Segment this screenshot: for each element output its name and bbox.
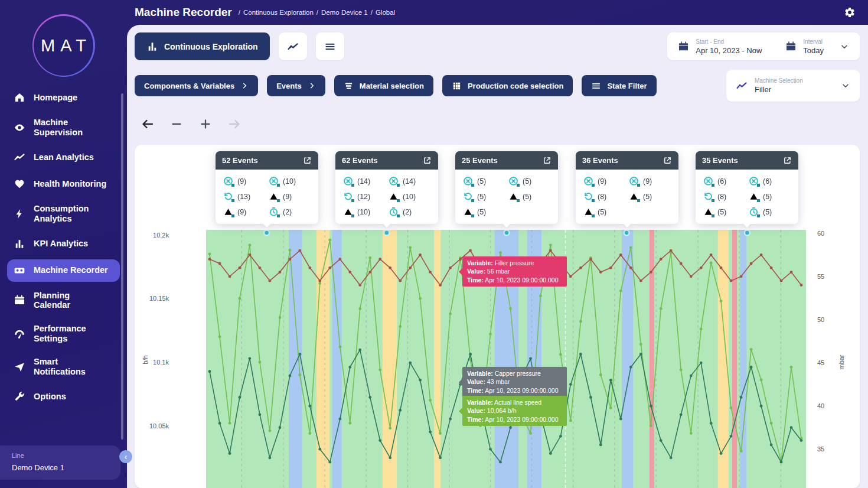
settings-gear-icon[interactable] [844,6,856,18]
event-count-item: (8) [583,190,625,203]
history-icon [343,191,353,201]
event-count-item: (10) [343,206,385,218]
sidebar-item-homepage[interactable]: Homepage [7,86,120,109]
device-selector[interactable]: Line Demo Device 1 [0,445,120,480]
continuous-exploration-button[interactable]: Continuous Exploration [135,32,270,60]
date-range-picker[interactable]: Start - End Apr 10, 2023 - Now [678,38,762,55]
material-selection-filter[interactable]: Material selection [334,75,433,96]
sidebar-item-label: Machine Supervision [34,118,108,137]
sidebar-item-performance-settings[interactable]: Performance Settings [7,319,120,348]
events-filter[interactable]: Events [267,75,325,96]
triangle-icon [223,207,233,217]
breadcrumb-item[interactable]: Global [376,9,395,16]
chevron-down-icon [841,81,850,90]
sidebar-item-label: Planning Calendar [34,291,108,310]
calendar-icon [14,294,25,306]
event-popover: 62 Events (14) (12) (10) (14) (10) (2) [335,151,438,224]
event-count-item: (9) [223,175,265,187]
sidebar-collapse-button[interactable]: ‹ [119,450,132,463]
chart-card: b/h mbar 52 Events (9) (13) (9) (10) [135,145,860,488]
triangle-icon [583,207,593,217]
sidebar-item-label: Health Monitoring [34,179,108,189]
open-events-icon[interactable] [543,156,552,165]
breadcrumb-item[interactable]: Continuous Exploration [243,9,314,16]
sidebar-item-health-monitoring[interactable]: Health Monitoring [7,173,120,195]
components-variables-filter[interactable]: Components & Variables [135,75,258,96]
clock-icon [269,207,279,217]
x-circle-icon [508,176,518,186]
open-events-icon[interactable] [303,156,312,165]
event-count-item: (2) [269,206,311,218]
sidebar-item-label: Options [34,392,108,402]
trend-view-button[interactable] [279,32,307,60]
sidebar-item-machine-supervision[interactable]: Machine Supervision [7,113,120,142]
sidebar-item-smart-notifications[interactable]: Smart Notifications [7,352,120,381]
event-count-item: (8) [703,190,745,203]
machine-selection-dropdown[interactable]: Machine Selection Filler [726,70,860,102]
event-popover: 52 Events (9) (13) (9) (10) (9) (2) [216,151,318,224]
event-popover-title: 52 Events [222,156,258,165]
sidebar-scrollbar[interactable] [121,93,123,440]
event-count-item: (14) [343,175,385,187]
event-count-item: (9) [223,206,265,218]
sidebar-item-planning-calendar[interactable]: Planning Calendar [7,286,120,315]
chevron-down-icon [840,42,849,51]
sidebar-nav: Homepage Machine Supervision Lean Analyt… [0,86,127,408]
open-events-icon[interactable] [423,156,432,165]
event-popover-title: 62 Events [342,156,378,165]
event-count-item: (5) [749,206,791,218]
event-popover-title: 25 Events [462,156,498,165]
production-code-filter[interactable]: Production code selection [442,75,573,96]
sidebar-item-kpi-analytics[interactable]: KPI Analytics [7,233,120,255]
open-events-icon[interactable] [663,156,672,165]
date-range-card: Start - End Apr 10, 2023 - Now Interval … [667,32,860,60]
chevron-right-icon [308,82,316,90]
event-count-item: (14) [389,175,430,187]
right-axis-tick: 40 [817,402,841,409]
right-axis-tick: 50 [817,316,841,323]
back-arrow-button[interactable] [140,116,155,132]
wrench-icon [14,391,25,403]
device-selector-value: Demo Device 1 [12,463,109,472]
triangle-icon [389,191,399,201]
clock-icon [749,207,759,217]
sidebar-item-consumption-analytics[interactable]: Consumption Analytics [7,199,120,228]
history-icon [463,191,473,201]
event-count-item: (10) [389,190,430,203]
event-count-item: (5) [629,190,671,203]
list-view-button[interactable] [316,32,344,60]
bar-chart-icon [146,41,158,53]
state-filter[interactable]: State Filter [582,75,656,96]
breadcrumb-item[interactable]: Demo Device 1 [321,9,368,16]
history-icon [583,191,593,201]
chart-tooltip: Variable: Capper pressure Value: 43 mbar… [462,367,567,397]
chevron-right-icon [240,82,249,90]
device-selector-label: Line [12,452,109,459]
sidebar-item-lean-analytics[interactable]: Lean Analytics [7,146,120,168]
bolt-icon [14,208,25,220]
event-count-item: (12) [343,190,385,203]
interval-picker[interactable]: Interval Today [785,38,849,55]
event-popover: 36 Events (9) (8) (5) (9) (5) [576,151,678,224]
event-popover-title: 36 Events [582,156,618,165]
gauge-icon [14,328,25,340]
chart-tooltip: Variable: Filler pressure Value: 56 mbar… [462,256,567,287]
open-events-icon[interactable] [783,156,792,165]
triangle-icon [269,191,279,201]
x-circle-icon [343,176,353,186]
zoom-out-button[interactable] [169,116,184,132]
zoom-in-button[interactable] [198,116,213,132]
calendar-icon [678,41,689,52]
main-content: Continuous Exploration Start - End Apr 1… [127,25,868,488]
calendar-icon [785,41,797,52]
forward-arrow-button[interactable] [227,116,242,132]
right-axis-tick: 55 [817,273,841,280]
x-circle-icon [223,176,233,186]
event-popover: 25 Events (5) (5) (5) (5) (5) [455,151,558,224]
x-circle-icon [749,176,759,186]
topbar: Machine Recorder /Continuous Exploration… [127,0,868,25]
sidebar-item-label: Lean Analytics [34,152,108,162]
filter-row: Components & Variables Events Material s… [135,70,860,102]
sidebar-item-options[interactable]: Options [7,386,120,408]
sidebar-item-machine-recorder[interactable]: Machine Recorder [7,259,120,282]
